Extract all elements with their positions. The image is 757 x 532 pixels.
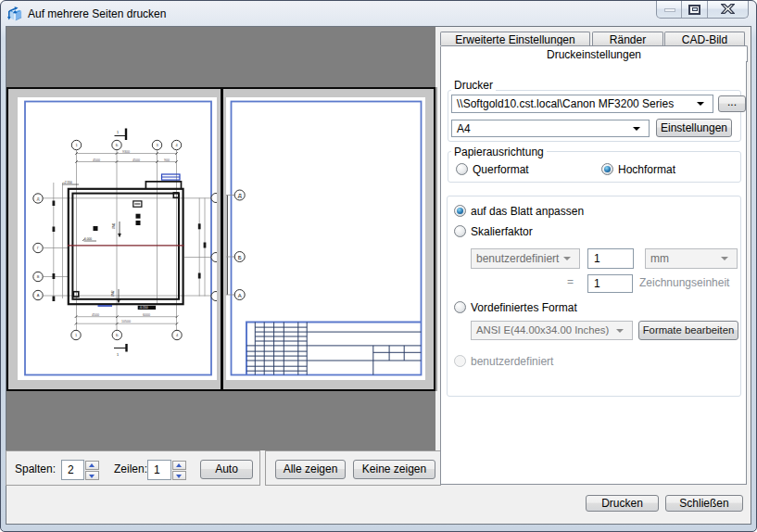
svg-text:ЛМ2: ЛМ2 xyxy=(111,290,115,297)
svg-text:4500: 4500 xyxy=(93,158,100,162)
svg-text:В: В xyxy=(37,274,40,279)
svg-text:-0.150: -0.150 xyxy=(139,306,148,310)
svg-text:4500: 4500 xyxy=(92,313,99,317)
svg-text:Б: Б xyxy=(238,255,242,260)
svg-text:900: 900 xyxy=(164,158,170,162)
svg-text:Д: Д xyxy=(238,193,242,198)
svg-text:10500: 10500 xyxy=(121,320,131,323)
svg-text:6000: 6000 xyxy=(143,313,150,317)
svg-text:А: А xyxy=(238,293,242,298)
svg-text:Б: Б xyxy=(116,143,119,147)
svg-text:А: А xyxy=(37,293,40,298)
svg-text:Б: Б xyxy=(116,333,119,337)
svg-text:+2.550: +2.550 xyxy=(63,181,72,184)
svg-text:0.000: 0.000 xyxy=(84,237,92,241)
svg-text:1: 1 xyxy=(117,353,119,357)
svg-text:1: 1 xyxy=(117,131,119,134)
svg-text:9300: 9300 xyxy=(122,150,130,154)
svg-text:4500: 4500 xyxy=(132,158,140,162)
svg-text:ЛМ1: ЛМ1 xyxy=(112,222,116,229)
svg-text:Д: Д xyxy=(37,196,40,201)
